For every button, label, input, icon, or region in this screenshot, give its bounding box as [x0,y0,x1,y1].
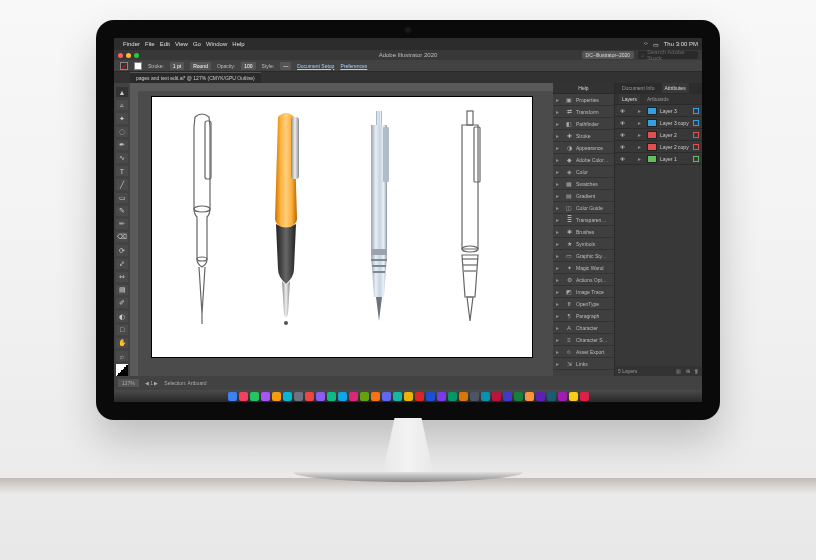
preferences-button[interactable]: Preferences [340,63,367,69]
dock-app-icon[interactable] [481,392,490,401]
dock-app-icon[interactable] [404,392,413,401]
panel-item-character[interactable]: ▸ACharacter [553,322,614,334]
dock-app-icon[interactable] [239,392,248,401]
tab-layers[interactable]: Layers [619,94,640,104]
visibility-toggle-icon[interactable]: 👁 [618,156,626,162]
dock-app-icon[interactable] [250,392,259,401]
panel-item-image-trace[interactable]: ▸◩Image Trace [553,286,614,298]
artwork-pen-orange[interactable] [264,109,308,341]
tab-document-info[interactable]: Document Info [619,83,658,93]
layer-row[interactable]: 👁▸Layer 3 copy [615,117,702,129]
panel-item-magic-wand[interactable]: ▸✦Magic Wand [553,262,614,274]
scale-tool[interactable]: ⤢ [116,259,128,269]
panel-item-links[interactable]: ▸⇲Links [553,358,614,370]
panel-item-gradient[interactable]: ▸▤Gradient [553,190,614,202]
stroke-weight-input[interactable]: 1 pt [170,62,184,70]
artwork-pen-outline-2[interactable] [448,109,492,341]
document-tab[interactable]: pages and text edit.ai* @ 127% (CMYK/GPU… [130,72,261,83]
panel-item-appearance[interactable]: ▸◑Appearance [553,142,614,154]
hand-tool[interactable]: ✋ [116,338,128,348]
target-icon[interactable] [693,108,699,114]
rectangle-tool[interactable]: ▭ [116,193,128,203]
dock-app-icon[interactable] [294,392,303,401]
close-icon[interactable] [118,53,123,58]
lasso-tool[interactable]: ◌ [116,127,128,137]
artwork-pen-outline-1[interactable] [180,109,224,341]
delete-layer-icon[interactable]: 🗑 [694,368,699,374]
gradient-tool[interactable]: ▤ [116,285,128,295]
panel-item-asset-export[interactable]: ▸⎋Asset Export [553,346,614,358]
magic-wand-tool[interactable]: ✦ [116,113,128,123]
dock-app-icon[interactable] [503,392,512,401]
visibility-toggle-icon[interactable]: 👁 [618,132,626,138]
dock-app-icon[interactable] [536,392,545,401]
fill-stroke-tool[interactable] [116,364,128,376]
pen-tool[interactable]: ✒ [116,140,128,150]
target-icon[interactable] [693,120,699,126]
selection-tool[interactable]: ▲ [116,87,128,97]
panel-item-stroke[interactable]: ▸✚Stroke [553,130,614,142]
visibility-toggle-icon[interactable]: 👁 [618,108,626,114]
target-icon[interactable] [693,132,699,138]
panel-item-character-s[interactable]: ▸≡Character S… [553,334,614,346]
dock-app-icon[interactable] [272,392,281,401]
panel-item-properties[interactable]: ▸▣Properties [553,94,614,106]
new-layer-icon[interactable]: ▥ [676,368,681,374]
layer-row[interactable]: 👁▸Layer 3 [615,105,702,117]
curvature-tool[interactable]: ∿ [116,153,128,163]
eyedropper-tool[interactable]: ✐ [116,298,128,308]
type-tool[interactable]: T [116,166,128,176]
fill-swatch[interactable] [120,62,128,70]
dock-app-icon[interactable] [437,392,446,401]
expand-icon[interactable]: ▸ [638,119,644,126]
layer-name[interactable]: Layer 2 [660,132,677,138]
zoom-window-icon[interactable] [134,53,139,58]
panel-item-swatches[interactable]: ▸▦Swatches [553,178,614,190]
artboard-tool[interactable]: □ [116,325,128,335]
dock-app-icon[interactable] [470,392,479,401]
expand-icon[interactable]: ▸ [638,155,644,162]
menubar-clock[interactable]: Thu 3:00 PM [664,41,698,47]
rotate-tool[interactable]: ⟳ [116,245,128,255]
dock-app-icon[interactable] [305,392,314,401]
search-input[interactable]: ⌕ Search Adobe Stock [638,51,698,59]
tab-attributes[interactable]: Attributes [662,83,689,93]
panel-item-adobe-color[interactable]: ▸◆Adobe Color… [553,154,614,166]
dock-app-icon[interactable] [371,392,380,401]
dock-app-icon[interactable] [316,392,325,401]
panel-item-paragraph[interactable]: ▸¶Paragraph [553,310,614,322]
dock-app-icon[interactable] [382,392,391,401]
artboard-nav[interactable]: ◀ 1 ▶ [145,380,159,386]
visibility-toggle-icon[interactable]: 👁 [618,120,626,126]
dock-app-icon[interactable] [558,392,567,401]
dock-app-icon[interactable] [360,392,369,401]
line-tool[interactable]: ╱ [116,179,128,189]
dock-app-icon[interactable] [228,392,237,401]
dock-app-icon[interactable] [338,392,347,401]
panel-item-brushes[interactable]: ▸✱Brushes [553,226,614,238]
brush-tool[interactable]: ✎ [116,206,128,216]
panel-item-pathfinder[interactable]: ▸◧Pathfinder [553,118,614,130]
expand-icon[interactable]: ▸ [638,107,644,114]
dock-app-icon[interactable] [525,392,534,401]
expand-icon[interactable]: ▸ [638,131,644,138]
dock-app-icon[interactable] [349,392,358,401]
artboard[interactable] [152,97,532,357]
expand-icon[interactable]: ▸ [638,143,644,150]
layer-row[interactable]: 👁▸Layer 2 [615,129,702,141]
ruler-vertical[interactable] [130,91,138,376]
document-setup-button[interactable]: Document Setup [297,63,334,69]
panel-item-opentype[interactable]: ▸ffOpenType [553,298,614,310]
minimize-icon[interactable] [126,53,131,58]
pencil-tool[interactable]: ✏ [116,219,128,229]
panel-item-graphic-sty[interactable]: ▸▭Graphic Sty… [553,250,614,262]
dock-app-icon[interactable] [426,392,435,401]
dock-app-icon[interactable] [283,392,292,401]
dock-app-icon[interactable] [459,392,468,401]
panel-item-transform[interactable]: ▸⇄Transform [553,106,614,118]
dock-app-icon[interactable] [580,392,589,401]
eraser-tool[interactable]: ⌫ [116,232,128,242]
dock-app-icon[interactable] [415,392,424,401]
layer-name[interactable]: Layer 2 copy [660,144,689,150]
menu-file[interactable]: File [145,41,155,47]
